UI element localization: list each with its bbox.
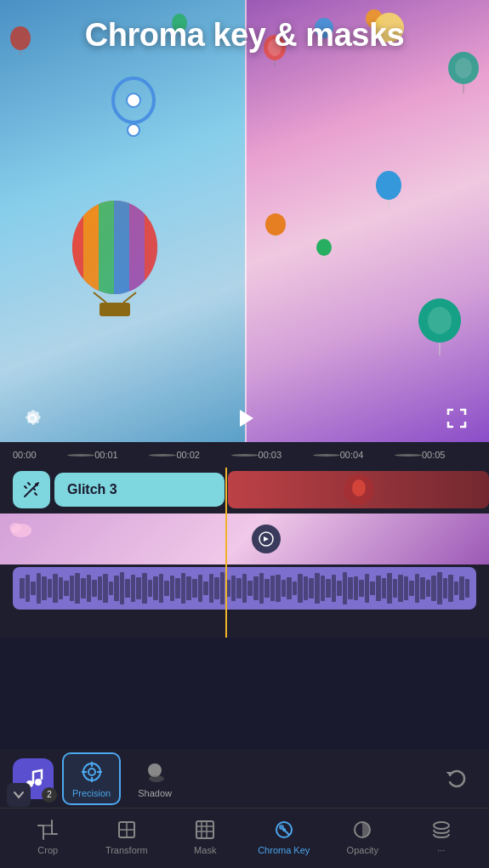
- play-button[interactable]: [230, 403, 260, 434]
- more-icon: [429, 818, 453, 842]
- time-03: 00:03: [259, 450, 313, 460]
- svg-point-2: [172, 14, 187, 32]
- effect-chip[interactable]: Glitch 3: [54, 473, 225, 507]
- svg-point-30: [316, 239, 332, 256]
- svg-rect-23: [129, 201, 145, 294]
- mask-label: Mask: [194, 845, 216, 855]
- svg-point-7: [315, 18, 333, 38]
- svg-point-48: [88, 769, 95, 775]
- svg-point-16: [128, 124, 139, 136]
- effect-row: Glitch 3: [0, 468, 489, 512]
- svg-line-26: [123, 292, 136, 303]
- time-02: 00:02: [176, 450, 230, 460]
- svg-point-0: [10, 26, 31, 50]
- svg-point-54: [149, 775, 164, 782]
- opacity-tool[interactable]: Opacity: [323, 818, 402, 855]
- time-04: 00:04: [340, 450, 395, 460]
- mask-tool[interactable]: Mask: [166, 818, 245, 855]
- precision-label: Precision: [72, 788, 111, 798]
- video-controls: [0, 403, 489, 434]
- chroma-key-label: Chroma Key: [258, 845, 310, 855]
- svg-point-40: [352, 479, 366, 496]
- transform-icon: [115, 818, 139, 842]
- opacity-icon: [350, 818, 374, 842]
- time-ruler: 00:00 00:01 00:02 00:03 00:04 00:05: [0, 442, 489, 468]
- more-tool[interactable]: ···: [402, 818, 481, 855]
- time-dot-3: [231, 454, 259, 457]
- svg-point-38: [35, 483, 38, 486]
- video-thumb-right[interactable]: [267, 514, 489, 564]
- main-balloon: [68, 201, 162, 323]
- svg-rect-22: [114, 201, 129, 294]
- svg-point-15: [127, 94, 140, 107]
- time-dot-4: [313, 454, 340, 457]
- scroll-indicator[interactable]: [7, 783, 31, 807]
- toolbar-bottom: Crop Transform: [0, 808, 489, 864]
- mask-icon: [193, 818, 217, 842]
- time-01: 00:01: [94, 450, 149, 460]
- timeline-section: 00:00 00:01 00:02 00:03 00:04 00:05 Glit…: [0, 442, 489, 638]
- audio-track[interactable]: [13, 567, 476, 610]
- svg-rect-56: [43, 825, 52, 834]
- svg-point-28: [265, 213, 286, 235]
- svg-point-45: [35, 779, 42, 786]
- video-divider: [245, 0, 247, 442]
- location-pin: [111, 77, 157, 144]
- music-badge: 2: [42, 787, 57, 803]
- settings-button[interactable]: [17, 403, 48, 434]
- svg-rect-21: [99, 201, 114, 294]
- svg-point-35: [428, 307, 452, 334]
- undo-icon: [442, 766, 468, 791]
- time-dot-5: [395, 454, 422, 457]
- svg-rect-19: [68, 201, 83, 294]
- magic-wand-button[interactable]: [13, 471, 50, 508]
- svg-point-53: [148, 763, 162, 777]
- crop-icon: [36, 818, 60, 842]
- crop-label: Crop: [37, 845, 58, 855]
- svg-point-32: [376, 171, 401, 200]
- shadow-label: Shadow: [138, 788, 172, 798]
- time-dot-1: [67, 454, 94, 457]
- waveform: [13, 567, 476, 610]
- time-05: 00:05: [422, 450, 476, 460]
- chroma-key-tool[interactable]: Chroma Key: [245, 818, 324, 855]
- crop-tool[interactable]: Crop: [9, 818, 88, 855]
- shadow-tool-btn[interactable]: Shadow: [129, 754, 180, 803]
- svg-rect-60: [196, 821, 213, 838]
- fullscreen-button[interactable]: [441, 403, 472, 434]
- svg-rect-20: [83, 201, 99, 294]
- transform-tool[interactable]: Transform: [88, 818, 167, 855]
- transition-badge[interactable]: [252, 525, 281, 553]
- more-label: ···: [437, 845, 445, 855]
- time-00: 00:00: [13, 450, 67, 460]
- video-track-row: [0, 513, 489, 564]
- precision-tool-btn[interactable]: Precision: [62, 752, 121, 805]
- transform-label: Transform: [105, 845, 148, 855]
- svg-point-67: [282, 828, 286, 831]
- chroma-key-icon: [272, 818, 296, 842]
- svg-point-5: [268, 39, 281, 56]
- precision-icon: [79, 759, 105, 785]
- svg-marker-37: [240, 410, 253, 427]
- svg-point-12: [455, 58, 472, 78]
- svg-rect-27: [100, 303, 130, 316]
- tracks-wrapper: Glitch 3: [0, 468, 489, 638]
- shadow-icon: [142, 759, 168, 785]
- toolbar-top: 2 Precision: [0, 749, 489, 808]
- video-preview: Chroma key & masks: [0, 0, 489, 442]
- undo-button[interactable]: [434, 761, 476, 797]
- svg-line-25: [94, 292, 106, 303]
- opacity-label: Opacity: [347, 845, 378, 855]
- svg-rect-24: [145, 201, 162, 294]
- svg-point-69: [434, 822, 449, 829]
- bottom-toolbar: 2 Precision: [0, 749, 489, 868]
- time-dot-2: [149, 454, 176, 457]
